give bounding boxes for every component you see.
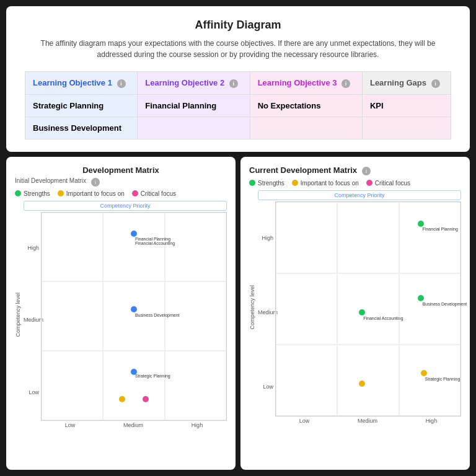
initial-matrix-info-icon[interactable]: i <box>91 178 100 187</box>
current-y-axis-label: Competency level <box>249 190 258 424</box>
header-lo1: Learning Objective 1 i <box>25 72 138 95</box>
dot-important <box>58 190 64 196</box>
current-label-fp: Financial Planning <box>423 227 458 231</box>
dot-financial-planning <box>131 231 137 237</box>
dot-yellow-initial <box>119 396 125 402</box>
initial-grid-area: High Medium Low Financial PlanningFinanc… <box>24 212 227 428</box>
current-label-fa: Financial Accounting <box>363 316 403 320</box>
cell-empty-lo2 <box>138 117 250 139</box>
current-grid: Financial Planning Financial Accounting … <box>275 201 461 416</box>
current-matrix-title: Current Development Matrix <box>249 165 357 175</box>
grid-cell-21: Strategic Planning <box>103 351 164 420</box>
legend-strengths: Strengths <box>15 190 50 197</box>
label-business-dev: Business Development <box>135 313 180 317</box>
cell-strategic-planning: Strategic Planning <box>25 94 138 117</box>
lo1-info-icon[interactable]: i <box>117 79 126 88</box>
current-grid-area: High Medium Low Financial Planning <box>258 201 461 424</box>
current-matrix-info-icon[interactable]: i <box>362 167 371 175</box>
dot-strengths <box>15 190 21 196</box>
grid-cell-11: Business Development <box>103 281 164 351</box>
current-cell-02: Financial Planning <box>399 202 461 273</box>
current-x-labels: Low Medium High <box>275 418 461 424</box>
dot-critical <box>132 190 138 196</box>
current-label-sp: Strategic Planning <box>425 377 461 381</box>
header-lo2: Learning Objective 2 i <box>138 72 250 95</box>
gaps-info-icon[interactable]: i <box>431 79 440 88</box>
initial-matrix-subtitle: Initial Development Matrix <box>15 177 86 184</box>
current-cell-21 <box>337 345 399 416</box>
grid-cell-00 <box>42 213 103 282</box>
affinity-table: Learning Objective 1 i Learning Objectiv… <box>25 71 451 139</box>
affinity-row-1: Strategic Planning Financial Planning No… <box>25 94 451 117</box>
cell-empty-gaps <box>362 117 451 139</box>
current-dot-yellow <box>359 381 365 387</box>
dot-pink-initial <box>143 396 149 402</box>
current-cell-12: Business Development <box>399 273 461 345</box>
initial-matrix-card: Development Matrix Initial Development M… <box>6 157 236 470</box>
affinity-header-row: Learning Objective 1 i Learning Objectiv… <box>25 72 451 95</box>
initial-y-labels: High Medium Low <box>24 212 41 428</box>
affinity-description: The affinity diagram maps your expectati… <box>25 38 451 60</box>
grid-cell-01: Financial PlanningFinancial Accounting <box>103 213 164 282</box>
current-cell-01 <box>337 202 399 273</box>
current-dot-sp <box>421 370 427 376</box>
grid-cell-02 <box>165 213 226 282</box>
current-matrix-header: Current Development Matrix i <box>249 165 461 177</box>
current-y-labels: High Medium Low <box>258 201 275 424</box>
initial-legend: Strengths Important to focus on Critical… <box>15 190 227 197</box>
initial-chart-content: Competency Priority High Medium Low <box>24 201 227 428</box>
current-cell-20 <box>276 345 337 416</box>
lo3-info-icon[interactable]: i <box>342 79 350 88</box>
current-legend: Strengths Important to focus on Critical… <box>249 180 461 187</box>
current-cell-22: Strategic Planning <box>399 345 461 416</box>
initial-grid-wrapper: Financial PlanningFinancial Accounting B… <box>41 212 227 428</box>
affinity-diagram-card: Affinity Diagram The affinity diagram ma… <box>6 6 470 152</box>
current-legend-strengths: Strengths <box>249 180 284 187</box>
initial-competency-priority: Competency Priority <box>24 201 227 211</box>
current-label-bd: Business Development <box>423 302 467 306</box>
grid-cell-22 <box>165 351 226 420</box>
cell-no-expectations: No Expectations <box>250 94 362 117</box>
cell-kpi: KPI <box>362 94 451 117</box>
current-competency-priority: Competency Priority <box>258 190 461 200</box>
affinity-row-2: Business Development <box>25 117 451 139</box>
current-grid-wrapper: Financial Planning Financial Accounting … <box>275 201 461 424</box>
current-dot-important <box>292 180 298 186</box>
grid-cell-10 <box>42 281 103 351</box>
current-legend-important: Important to focus on <box>292 180 359 187</box>
label-financial-planning: Financial PlanningFinancial Accounting <box>135 237 175 245</box>
initial-y-axis-label: Competency level <box>15 201 24 428</box>
lo2-info-icon[interactable]: i <box>229 79 238 88</box>
current-dot-critical <box>366 180 372 186</box>
affinity-title: Affinity Diagram <box>25 19 451 32</box>
grid-cell-20 <box>42 351 103 420</box>
current-legend-critical: Critical focus <box>366 180 410 187</box>
initial-chart-area: Competency level Competency Priority Hig… <box>15 201 227 428</box>
label-strategic-planning: Strategic Planning <box>135 374 170 378</box>
dot-business-dev <box>131 306 137 312</box>
current-chart-area: Competency level Competency Priority Hig… <box>249 190 461 424</box>
legend-critical: Critical focus <box>132 190 176 197</box>
current-dot-bd <box>418 295 424 301</box>
current-cell-11: Financial Accounting <box>337 273 399 345</box>
legend-important: Important to focus on <box>58 190 125 197</box>
current-dot-strengths <box>249 180 255 186</box>
current-dot-fp <box>418 221 424 227</box>
header-gaps: Learning Gaps i <box>362 72 451 95</box>
initial-x-labels: Low Medium High <box>41 422 227 428</box>
bottom-row: Development Matrix Initial Development M… <box>6 157 470 470</box>
cell-business-development: Business Development <box>25 117 138 139</box>
current-cell-00 <box>276 202 337 273</box>
current-matrix-card: Current Development Matrix i Strengths I… <box>240 157 470 470</box>
initial-matrix-title: Development Matrix <box>15 165 227 175</box>
cell-financial-planning: Financial Planning <box>138 94 250 117</box>
cell-empty-lo3 <box>250 117 362 139</box>
header-lo3: Learning Objective 3 i <box>250 72 362 95</box>
current-cell-10 <box>276 273 337 345</box>
initial-grid: Financial PlanningFinancial Accounting B… <box>41 212 227 421</box>
current-dot-fa <box>359 309 365 315</box>
current-chart-content: Competency Priority High Medium Low <box>258 190 461 424</box>
